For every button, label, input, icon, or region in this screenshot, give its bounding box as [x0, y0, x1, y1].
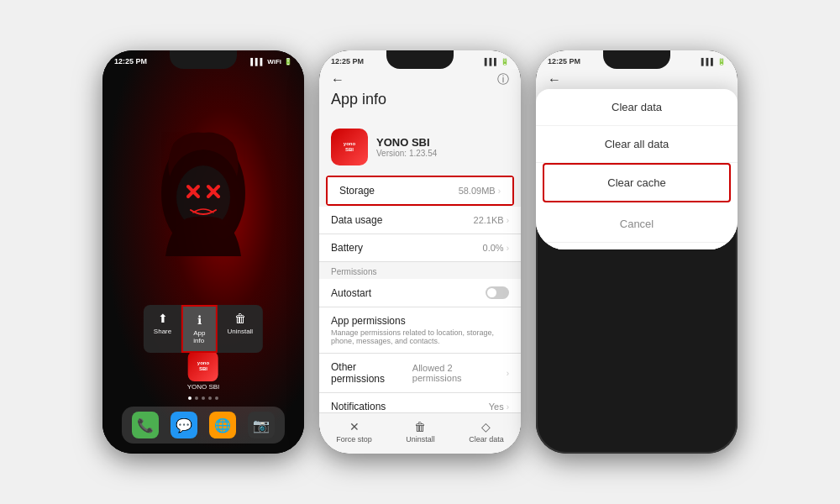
- clear-data-icon: ◇: [481, 420, 491, 433]
- phone-2: 12:25 PM ▌▌▌ 🔋 ← ⓘ App info yonoSBI YONO…: [319, 50, 521, 454]
- dot-4: [208, 396, 212, 400]
- context-menu: ⬆ Share ℹ App info 🗑 Uninstall: [144, 305, 263, 353]
- info-list: Storage 58.09MB › Data usage 22.1KB › Ba…: [319, 176, 521, 412]
- app-name: YONO SBI: [376, 136, 437, 149]
- back-button-storage[interactable]: ←: [548, 72, 561, 87]
- clear-all-data-label: Clear all data: [605, 138, 669, 150]
- status-bar-phone3: 12:25 PM ▌▌▌ 🔋: [536, 50, 738, 69]
- info-button[interactable]: ⓘ: [497, 72, 509, 87]
- dot-1: [188, 396, 192, 400]
- phone-1: 12:25 PM ▌▌▌ WiFi 🔋 ⬆ Share ℹ App info: [102, 50, 304, 454]
- dock-phone[interactable]: 📞: [132, 412, 159, 438]
- status-icons-phone1: ▌▌▌ WiFi 🔋: [250, 58, 292, 66]
- uninstall-icon-bottom: 🗑: [414, 420, 426, 433]
- time-phone3: 12:25 PM: [548, 57, 580, 66]
- clear-data-sheet-label: Clear data: [612, 101, 662, 113]
- other-permissions-item[interactable]: Other permissions Allowed 2 permissions …: [319, 354, 521, 393]
- app-info-title: App info: [331, 91, 509, 108]
- ctx-app-info[interactable]: ℹ App info: [181, 305, 217, 353]
- info-icon: ℹ: [197, 313, 202, 327]
- uninstall-btn[interactable]: 🗑 Uninstall: [406, 420, 435, 444]
- battery-item[interactable]: Battery 0.0% ›: [319, 234, 521, 262]
- permissions-header: Permissions: [319, 262, 521, 279]
- data-usage-value: 22.1KB ›: [474, 215, 509, 225]
- storage-label: Storage: [339, 185, 375, 197]
- status-bar-phone2: 12:25 PM ▌▌▌ 🔋: [319, 50, 521, 69]
- dot-5: [215, 396, 218, 400]
- uninstall-label: Uninstall: [406, 435, 435, 444]
- notifications-value: Yes ›: [489, 402, 509, 412]
- battery-value: 0.0% ›: [483, 243, 509, 253]
- data-usage-label: Data usage: [331, 214, 382, 226]
- dock: 📞 💬 🌐 📷: [122, 407, 285, 444]
- yono-app-label: YONO SBI: [187, 383, 220, 391]
- back-button[interactable]: ←: [331, 72, 344, 87]
- status-icons-phone2: ▌▌▌ 🔋: [485, 58, 509, 66]
- yono-app-icon[interactable]: yonoSBI: [188, 351, 218, 381]
- cancel-label: Cancel: [620, 218, 654, 230]
- clear-all-data-btn[interactable]: Clear all data: [536, 126, 738, 163]
- dock-browser[interactable]: 🌐: [209, 412, 236, 438]
- autostart-item[interactable]: Autostart: [319, 279, 521, 307]
- ctx-share[interactable]: ⬆ Share: [144, 305, 181, 353]
- clear-cache-btn[interactable]: Clear cache: [543, 163, 731, 202]
- bottom-bar: ✕ Force stop 🗑 Uninstall ◇ Clear data: [319, 412, 521, 454]
- masked-figure: [136, 101, 270, 286]
- status-icons-phone3: ▌▌▌ 🔋: [701, 58, 726, 66]
- page-dots: [102, 396, 304, 400]
- dock-camera[interactable]: 📷: [248, 412, 275, 438]
- cancel-btn[interactable]: Cancel: [536, 206, 738, 243]
- uninstall-icon: 🗑: [234, 312, 246, 325]
- storage-value: 58.09MB ›: [459, 186, 501, 196]
- phone-3: 12:25 PM ▌▌▌ 🔋 ← Storage-YONO SBI Total …: [536, 50, 738, 454]
- bottom-sheet: Clear data Clear all data Clear cache Ca…: [536, 89, 738, 249]
- clear-data-sheet-btn[interactable]: Clear data: [536, 89, 738, 126]
- autostart-toggle[interactable]: [486, 286, 509, 299]
- app-version: Version: 1.23.54: [376, 149, 437, 158]
- time-phone2: 12:25 PM: [331, 57, 364, 66]
- autostart-label: Autostart: [331, 287, 371, 299]
- clear-cache-label: Clear cache: [607, 176, 665, 189]
- ctx-uninstall-label: Uninstall: [227, 328, 253, 335]
- dot-2: [195, 396, 198, 400]
- ctx-app-info-label: App info: [193, 329, 205, 344]
- clear-data-label-bottom: Clear data: [469, 435, 504, 444]
- app-icon-yono: yonoSBI YONO SBI: [187, 351, 220, 391]
- clear-data-btn-bottom[interactable]: ◇ Clear data: [469, 420, 504, 444]
- other-permissions-label: Other permissions: [331, 361, 412, 385]
- app-row: yonoSBI YONO SBI Version: 1.23.54: [319, 123, 521, 176]
- ctx-uninstall[interactable]: 🗑 Uninstall: [217, 305, 263, 353]
- app-info-header: ← ⓘ App info: [319, 69, 521, 123]
- notifications-item[interactable]: Notifications Yes ›: [319, 393, 521, 412]
- ctx-share-label: Share: [154, 328, 171, 335]
- force-stop-label: Force stop: [336, 435, 372, 444]
- notifications-label: Notifications: [331, 401, 386, 412]
- battery-label: Battery: [331, 242, 363, 254]
- time-phone1: 12:25 PM: [114, 57, 147, 66]
- app-permissions-item[interactable]: App permissions Manage permissions relat…: [319, 307, 521, 354]
- force-stop-icon: ✕: [349, 420, 360, 433]
- force-stop-btn[interactable]: ✕ Force stop: [336, 420, 372, 444]
- dock-messages[interactable]: 💬: [171, 412, 197, 438]
- status-bar-phone1: 12:25 PM ▌▌▌ WiFi 🔋: [102, 50, 304, 69]
- dot-3: [202, 396, 205, 400]
- data-usage-item[interactable]: Data usage 22.1KB ›: [319, 207, 521, 234]
- app-permissions-desc: Manage permissions related to location, …: [331, 328, 509, 345]
- other-permissions-value: Allowed 2 permissions ›: [412, 363, 509, 383]
- yono-icon-med: yonoSBI: [331, 129, 368, 165]
- share-icon: ⬆: [158, 312, 168, 325]
- storage-item[interactable]: Storage 58.09MB ›: [328, 177, 512, 204]
- app-permissions-label: App permissions: [331, 315, 509, 327]
